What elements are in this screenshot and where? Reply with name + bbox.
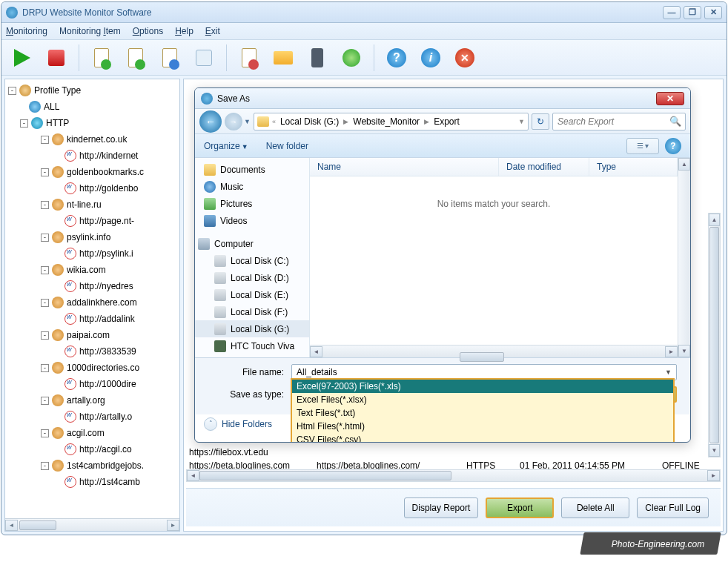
search-box[interactable]: 🔍	[552, 113, 686, 130]
menu-options[interactable]: Options	[133, 26, 163, 36]
stop-button[interactable]	[42, 43, 71, 73]
dialog-close-button[interactable]: ✕	[656, 92, 684, 105]
menu-bar: Monitoring Monitoring Item Options Help …	[1, 23, 727, 40]
add-multi-button[interactable]	[121, 43, 150, 73]
add-item-button[interactable]	[87, 43, 116, 73]
breadcrumb[interactable]: « Local Disk (G:) ▶ Website_Monitor ▶ Ex…	[254, 113, 529, 130]
tree-site[interactable]: -1st4cambridgejobs.	[8, 457, 176, 474]
crumb-0[interactable]: Local Disk (G:)	[277, 116, 342, 127]
filename-input[interactable]	[297, 367, 665, 377]
search-icon: 🔍	[669, 116, 681, 127]
nav-forward-button[interactable]: →	[225, 113, 242, 130]
tree-url[interactable]: http://1000dire	[8, 376, 176, 392]
maximize-button[interactable]: ❐	[684, 6, 701, 19]
nav-disk[interactable]: Local Disk (C:)	[195, 252, 309, 269]
dialog-title-bar[interactable]: Save As ✕	[195, 88, 690, 109]
delete-doc-button[interactable]	[234, 43, 264, 73]
minimize-button[interactable]: —	[663, 6, 681, 19]
app-title: DRPU Website Monitor Software	[22, 7, 663, 18]
tree-url[interactable]: http://addalink	[8, 311, 176, 327]
nav-disk[interactable]: Local Disk (E:)	[195, 286, 309, 303]
tree-site[interactable]: -psylink.info	[8, 229, 176, 245]
folder-icon	[257, 116, 269, 127]
phone-button[interactable]	[302, 43, 332, 73]
nav-pictures[interactable]: Pictures	[195, 195, 309, 212]
tree-site[interactable]: -acgil.com	[8, 425, 176, 441]
crumb-1[interactable]: Website_Monitor	[350, 116, 423, 127]
nav-disk[interactable]: Local Disk (F:)	[195, 303, 309, 320]
tree-site[interactable]: -paipai.com	[8, 327, 176, 343]
clear-log-button[interactable]: Clear Full Log	[637, 497, 709, 518]
menu-monitoring[interactable]: Monitoring	[6, 26, 47, 36]
content-h-scrollbar[interactable]: ◄►	[186, 469, 721, 482]
type-option[interactable]: CSV Files(*.csv)	[292, 433, 673, 443]
tree-url[interactable]: http://3833539	[8, 343, 176, 360]
exit-toolbar-button[interactable]: ✕	[450, 43, 480, 73]
tree-url[interactable]: http://nyedres	[8, 278, 176, 294]
tree-all[interactable]: ALL	[8, 99, 176, 115]
tree-url[interactable]: http://1st4camb	[8, 474, 176, 490]
recycle-button[interactable]	[189, 43, 219, 73]
tree-url[interactable]: http://kindernet	[8, 148, 176, 164]
type-option[interactable]: Excel(97-2003) Files(*.xls)	[292, 380, 673, 393]
close-button[interactable]: ✕	[704, 6, 722, 19]
tree-site[interactable]: -artally.org	[8, 392, 176, 409]
nav-computer[interactable]: Computer	[195, 235, 309, 252]
menu-exit[interactable]: Exit	[205, 26, 220, 36]
tree-url[interactable]: http://artally.o	[8, 409, 176, 425]
tree-root[interactable]: -Profile Type	[8, 82, 176, 99]
app-icon	[6, 7, 18, 19]
content-v-scrollbar[interactable]: ▲▼	[708, 213, 721, 457]
nav-disk[interactable]: Local Disk (D:)	[195, 269, 309, 286]
tree-url[interactable]: http://psylink.i	[8, 245, 176, 262]
refresh-button[interactable]: ↻	[532, 113, 549, 130]
mail-button[interactable]	[268, 43, 298, 73]
dialog-icon	[201, 93, 213, 105]
display-report-button[interactable]: Display Report	[404, 497, 479, 518]
menu-monitoring-item[interactable]: Monitoring Item	[59, 26, 121, 36]
search-input[interactable]	[557, 116, 669, 127]
dialog-help-button[interactable]: ?	[665, 138, 681, 154]
nav-music[interactable]: Music	[195, 178, 309, 195]
column-type[interactable]: Type	[589, 158, 678, 176]
nav-videos[interactable]: Videos	[195, 212, 309, 229]
column-date[interactable]: Date modified	[499, 158, 589, 176]
nav-disk[interactable]: Local Disk (G:)	[195, 320, 309, 337]
tree-site[interactable]: -goldenbookmarks.c	[8, 164, 176, 180]
start-button[interactable]	[7, 43, 37, 73]
tree-url[interactable]: http://goldenbo	[8, 180, 176, 196]
savetype-label: Save as type:	[208, 389, 291, 400]
help-button[interactable]: ?	[382, 43, 411, 73]
tree-site[interactable]: -wikia.com	[8, 262, 176, 278]
tree-site[interactable]: -kindernet.co.uk	[8, 131, 176, 148]
sidebar-h-scrollbar[interactable]: ◄►	[5, 518, 179, 531]
new-folder-button[interactable]: New folder	[266, 141, 308, 151]
column-name[interactable]: Name	[310, 158, 499, 176]
nav-back-button[interactable]: ←	[199, 110, 222, 133]
type-option[interactable]: Excel Files(*.xlsx)	[292, 393, 673, 406]
tree-http[interactable]: -HTTP	[8, 115, 176, 131]
nav-disk[interactable]: HTC Touch Viva	[195, 337, 309, 354]
sync-button[interactable]	[337, 43, 366, 73]
chevron-up-icon: ˄	[204, 417, 217, 431]
menu-help[interactable]: Help	[175, 26, 193, 36]
organize-button[interactable]: Organize▼	[204, 141, 248, 151]
delete-all-button[interactable]: Delete All	[561, 497, 629, 518]
type-option[interactable]: Html Files(*.html)	[292, 420, 673, 433]
nav-documents[interactable]: Documents	[195, 161, 309, 178]
data-row[interactable]: https://filebox.vt.edu	[186, 446, 721, 459]
action-button-bar: Display Report Export Delete All Clear F…	[186, 488, 721, 526]
tree-site[interactable]: -1000directories.co	[8, 360, 176, 376]
file-list-h-scrollbar[interactable]: ◄►	[310, 345, 678, 357]
crumb-2[interactable]: Export	[431, 116, 463, 127]
export-button[interactable]: Export	[486, 497, 554, 518]
tree-url[interactable]: http://page.nt-	[8, 213, 176, 229]
type-option[interactable]: Text Files(*.txt)	[292, 406, 673, 420]
tree-site[interactable]: -nt-line.ru	[8, 196, 176, 213]
tree-url[interactable]: http://acgil.co	[8, 441, 176, 457]
view-mode-button[interactable]: ☰ ▾	[626, 138, 659, 154]
edit-item-button[interactable]	[155, 43, 185, 73]
info-button[interactable]: i	[416, 43, 446, 73]
file-list-v-scrollbar[interactable]: ▲▼	[678, 158, 690, 357]
tree-site[interactable]: -addalinkhere.com	[8, 294, 176, 311]
